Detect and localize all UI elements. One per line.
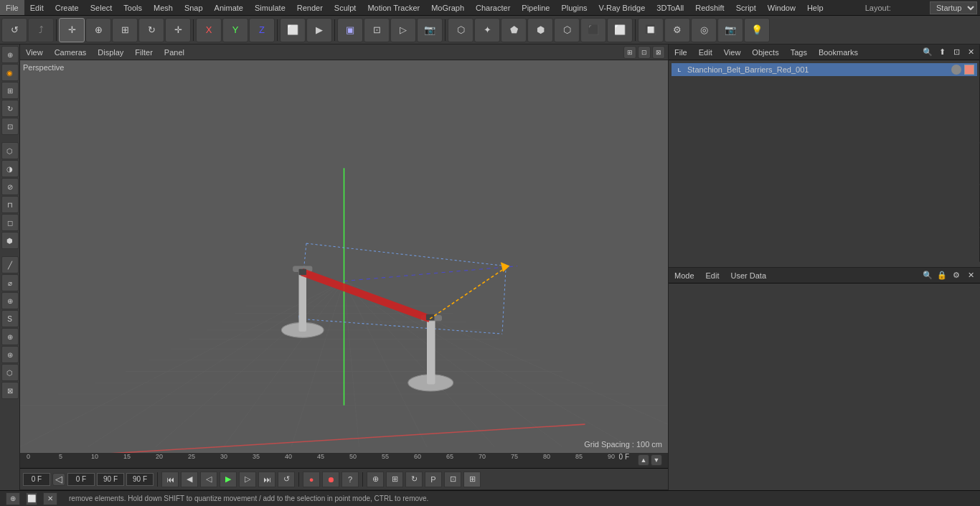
polygon-mode-button[interactable]: ⬢ bbox=[527, 18, 553, 42]
objects-close-icon[interactable]: ✕ bbox=[964, 46, 977, 59]
axis-x-button[interactable]: X bbox=[196, 18, 222, 42]
layout-select[interactable]: Startup bbox=[930, 1, 977, 14]
viewport-menu-cameras[interactable]: Cameras bbox=[52, 48, 90, 57]
play-back-btn[interactable]: ◁ bbox=[200, 472, 217, 487]
status-icon-2[interactable]: ⬜ bbox=[26, 492, 37, 505]
cube-tool-button[interactable]: ⬜ bbox=[280, 18, 306, 42]
object-color[interactable] bbox=[964, 65, 974, 75]
objects-menu-edit[interactable]: Edit bbox=[696, 48, 715, 57]
viewport-icon-3[interactable]: ⊠ bbox=[652, 46, 665, 59]
transform-tool-button[interactable]: ✛ bbox=[165, 18, 191, 42]
menu-simulate[interactable]: Simulate bbox=[249, 0, 291, 15]
viewport-icon-2[interactable]: ⊡ bbox=[638, 46, 651, 59]
anim-tool-button[interactable]: ▶ bbox=[306, 18, 332, 42]
left-tool-8[interactable]: ⊘ bbox=[1, 178, 19, 195]
status-icon-3[interactable]: ✕ bbox=[43, 492, 57, 505]
camera-button[interactable]: 📷 bbox=[717, 18, 743, 42]
attrs-menu-edit[interactable]: Edit bbox=[703, 271, 722, 280]
left-tool-4[interactable]: ↻ bbox=[1, 100, 19, 117]
snap-button[interactable]: 🔲 bbox=[638, 18, 664, 42]
rotate-tool-button[interactable]: ↻ bbox=[138, 18, 164, 42]
left-tool-13[interactable]: ⌀ bbox=[1, 274, 19, 291]
key-tl-btn[interactable]: ↻ bbox=[405, 472, 423, 487]
play-btn[interactable]: ▶ bbox=[220, 472, 237, 487]
menu-animate[interactable]: Animate bbox=[209, 0, 249, 15]
viewport-menu-filter[interactable]: Filter bbox=[132, 48, 155, 57]
frame-start-input[interactable] bbox=[23, 473, 50, 486]
key-sel-btn[interactable]: ? bbox=[341, 472, 359, 487]
viewport-3d[interactable]: Perspective bbox=[20, 60, 668, 453]
left-tool-14[interactable]: ⊕ bbox=[1, 292, 19, 309]
render-view-button[interactable]: ▣ bbox=[337, 18, 363, 42]
left-tool-15[interactable]: S bbox=[1, 310, 19, 327]
prev-frame-btn[interactable]: ◀ bbox=[181, 472, 198, 487]
menu-render[interactable]: Render bbox=[291, 0, 329, 15]
viewport-menu-view[interactable]: View bbox=[23, 48, 46, 57]
menu-create[interactable]: Create bbox=[50, 0, 85, 15]
objects-menu-tags[interactable]: Tags bbox=[788, 48, 810, 57]
left-tool-6[interactable]: ⬡ bbox=[1, 142, 19, 159]
left-tool-16[interactable]: ⊕ bbox=[1, 328, 19, 345]
menu-mograph[interactable]: MoGraph bbox=[425, 0, 470, 15]
loop-btn[interactable]: ↺ bbox=[278, 472, 295, 487]
record-btn[interactable]: ● bbox=[303, 472, 320, 487]
left-tool-3[interactable]: ⊞ bbox=[1, 82, 19, 99]
left-tool-7[interactable]: ◑ bbox=[1, 160, 19, 177]
frame-current-input[interactable] bbox=[67, 473, 95, 486]
viewport-icon-1[interactable]: ⊞ bbox=[623, 46, 636, 59]
objects-filter-icon[interactable]: ⬆ bbox=[936, 46, 948, 59]
frame-end-input[interactable] bbox=[97, 473, 124, 486]
light-button[interactable]: 💡 bbox=[744, 18, 770, 42]
left-tool-5[interactable]: ⊡ bbox=[1, 118, 19, 135]
attrs-settings-icon[interactable]: ⚙ bbox=[950, 269, 963, 282]
menu-pipeline[interactable]: Pipeline bbox=[516, 0, 555, 15]
menu-redshift[interactable]: Redshift bbox=[689, 0, 730, 15]
menu-select[interactable]: Select bbox=[85, 0, 118, 15]
attrs-lock-icon[interactable]: 🔒 bbox=[936, 269, 948, 282]
menu-motion-tracker[interactable]: Motion Tracker bbox=[362, 0, 425, 15]
render-to-picture-button[interactable]: 📷 bbox=[417, 18, 443, 42]
left-tool-2[interactable]: ◉ bbox=[1, 64, 19, 81]
axis-z-button[interactable]: Z bbox=[249, 18, 275, 42]
attrs-menu-user-data[interactable]: User Data bbox=[728, 271, 770, 280]
menu-edit[interactable]: Edit bbox=[24, 0, 50, 15]
point-mode-button[interactable]: ✦ bbox=[474, 18, 500, 42]
object-mode-button[interactable]: ⬡ bbox=[448, 18, 473, 42]
marker-tl-btn[interactable]: P bbox=[425, 472, 442, 487]
menu-plugins[interactable]: Plugins bbox=[555, 0, 593, 15]
objects-menu-view[interactable]: View bbox=[721, 48, 744, 57]
left-tool-12[interactable]: ╱ bbox=[1, 256, 19, 273]
timeline-arrow-up[interactable]: ▲ bbox=[638, 454, 649, 466]
grid-tl-btn[interactable]: ⊡ bbox=[444, 472, 461, 487]
frame-end2-input[interactable] bbox=[126, 473, 154, 486]
attrs-close-icon[interactable]: ✕ bbox=[964, 269, 977, 282]
objects-settings-icon[interactable]: ⊡ bbox=[950, 46, 963, 59]
menu-script[interactable]: Script bbox=[730, 0, 762, 15]
objects-search-icon[interactable]: 🔍 bbox=[921, 46, 934, 59]
preview-left-btn[interactable]: ◁ bbox=[52, 473, 65, 486]
menu-character[interactable]: Character bbox=[470, 0, 516, 15]
menu-help[interactable]: Help bbox=[801, 0, 829, 15]
snapping-tl-btn[interactable]: ⊞ bbox=[463, 472, 481, 487]
snap-settings-button[interactable]: ⚙ bbox=[664, 18, 690, 42]
left-tool-10[interactable]: ◻ bbox=[1, 214, 19, 231]
left-tool-9[interactable]: ⊓ bbox=[1, 196, 19, 213]
left-tool-19[interactable]: ⊠ bbox=[1, 382, 19, 399]
attrs-menu-mode[interactable]: Mode bbox=[672, 271, 697, 280]
object-vis-btn[interactable] bbox=[951, 65, 961, 75]
left-tool-18[interactable]: ⬡ bbox=[1, 364, 19, 381]
uv-mode-button[interactable]: ⬡ bbox=[554, 18, 580, 42]
axis-y-button[interactable]: Y bbox=[222, 18, 248, 42]
viewport-menu-panel[interactable]: Panel bbox=[161, 48, 187, 57]
viewport-menu-display[interactable]: Display bbox=[95, 48, 126, 57]
move-tl-btn[interactable]: ⊕ bbox=[367, 472, 384, 487]
timeline-ruler[interactable]: 0 5 10 15 20 25 30 35 40 45 50 55 60 65 … bbox=[20, 453, 668, 469]
auto-key-btn[interactable]: ⏺ bbox=[322, 472, 339, 487]
menu-sculpt[interactable]: Sculpt bbox=[329, 0, 362, 15]
status-icon-1[interactable]: ⊕ bbox=[6, 492, 20, 505]
scale-tool-button[interactable]: ⊞ bbox=[112, 18, 138, 42]
scale-tl-btn[interactable]: ⊞ bbox=[386, 472, 403, 487]
menu-window[interactable]: Window bbox=[762, 0, 801, 15]
menu-tools[interactable]: Tools bbox=[118, 0, 148, 15]
solo-button[interactable]: ◎ bbox=[691, 18, 717, 42]
